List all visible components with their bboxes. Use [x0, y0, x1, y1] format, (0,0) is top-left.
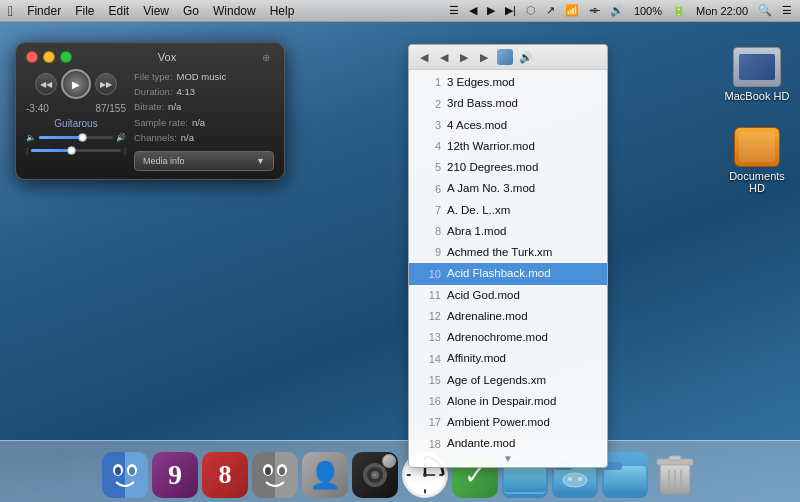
dd-icon2: 🔊 [519, 51, 533, 64]
dd-item-name: Affinity.mod [447, 350, 506, 367]
vox-body: ◀◀ ▶ ▶▶ -3:40 87/155 Guitarous 🔈 🔊 [26, 69, 274, 171]
desktop-icon-macbook-hd[interactable]: MacBook HD [722, 47, 792, 102]
dd-item[interactable]: 9Achmed the Turk.xm [409, 242, 607, 263]
dock-item-num8[interactable]: 8 [202, 452, 248, 498]
play-button[interactable]: ▶ [61, 69, 91, 99]
svg-point-5 [115, 467, 121, 475]
dd-item[interactable]: 17Ambient Power.mod [409, 412, 607, 433]
menu-share-icon[interactable]: ↗ [546, 4, 555, 17]
menu-next-icon[interactable]: ▶ [487, 4, 495, 17]
menu-view[interactable]: View [143, 4, 169, 18]
documents-hd-label: Documents HD [722, 170, 792, 194]
apple-menu[interactable]:  [8, 3, 13, 19]
dd-item-num: 7 [419, 202, 441, 219]
dd-item-num: 11 [419, 287, 441, 304]
dd-item-name: Abra 1.mod [447, 223, 506, 240]
media-info-button[interactable]: Media info ▼ [134, 151, 274, 171]
dock-item-finder[interactable] [102, 452, 148, 498]
dd-left-btn[interactable]: ◀ [417, 50, 431, 65]
bitrate-label: Bitrate: [134, 99, 164, 114]
dd-scroll-hint: ▼ [409, 450, 607, 467]
menu-play-icon[interactable]: ▶| [505, 4, 516, 17]
vox-expand-btn[interactable]: ⊕ [262, 52, 274, 63]
dd-item[interactable]: 34 Aces.mod [409, 115, 607, 136]
eq-row: | | [26, 146, 126, 155]
menu-go[interactable]: Go [183, 4, 199, 18]
samplerate-label: Sample rate: [134, 115, 188, 130]
volume-icon[interactable]: 🔊 [610, 4, 624, 17]
dd-item[interactable]: 6A Jam No. 3.mod [409, 178, 607, 199]
dd-item-num: 3 [419, 117, 441, 134]
eq-slider[interactable] [31, 149, 121, 152]
menu-list-icon[interactable]: ☰ [449, 4, 459, 17]
menu-extra-icon[interactable]: ☰ [782, 4, 792, 17]
dd-right-btn[interactable]: ▶ [457, 50, 471, 65]
vox-controls: ◀◀ ▶ ▶▶ -3:40 87/155 Guitarous 🔈 🔊 [26, 69, 126, 171]
num8-label: 8 [219, 460, 232, 490]
wifi-icon[interactable]: 📶 [565, 4, 579, 17]
close-button[interactable] [26, 51, 38, 63]
dd-item[interactable]: 12Adrenaline.mod [409, 306, 607, 327]
dd-item[interactable]: 13 Edges.mod [409, 72, 607, 93]
dock-item-finder2[interactable] [252, 452, 298, 498]
dock-item-folder3[interactable] [602, 452, 648, 498]
fast-forward-button[interactable]: ▶▶ [95, 73, 117, 95]
svg-rect-2 [125, 452, 148, 498]
vol-low-icon: 🔈 [26, 133, 36, 142]
desktop-icon-documents-hd[interactable]: Documents HD [722, 127, 792, 194]
dd-item[interactable]: 7A. De. L..xm [409, 200, 607, 221]
dd-item-name: Ambient Power.mod [447, 414, 550, 431]
dd-item[interactable]: 23rd Bass.mod [409, 93, 607, 114]
dock-item-trash[interactable] [652, 452, 698, 498]
dropdown-list: ◀ ◀ ▶ ▶ 🔊 13 Edges.mod23rd Bass.mod34 Ac… [408, 44, 608, 468]
menu-file[interactable]: File [75, 4, 94, 18]
dd-item[interactable]: 13Adrenochrome.mod [409, 327, 607, 348]
dd-item-num: 10 [419, 266, 441, 283]
clock-time: Mon 22:00 [696, 5, 748, 17]
menu-help[interactable]: Help [270, 4, 295, 18]
dd-item-name: Acid God.mod [447, 287, 520, 304]
svg-point-32 [568, 477, 572, 481]
rewind-button[interactable]: ◀◀ [35, 73, 57, 95]
vol-high-icon: 🔊 [116, 133, 126, 142]
volume-knob[interactable] [78, 133, 87, 142]
filetype-value: MOD music [177, 69, 227, 84]
menu-prev-icon[interactable]: ◀ [469, 4, 477, 17]
search-icon[interactable]: 🔍 [758, 4, 772, 17]
dock-item-speaker[interactable] [352, 452, 398, 498]
dd-item[interactable]: 11Acid God.mod [409, 285, 607, 306]
dd-item-num: 16 [419, 393, 441, 410]
dock-item-num9[interactable]: 9 [152, 452, 198, 498]
dd-item[interactable]: 412th Warrior.mod [409, 136, 607, 157]
maximize-button[interactable] [60, 51, 72, 63]
dd-item-name: Acid Flashback.mod [447, 265, 551, 282]
vox-player: Vox ⊕ ◀◀ ▶ ▶▶ -3:40 87/155 Guitarous 🔈 [15, 42, 285, 180]
dd-left2-btn[interactable]: ◀ [437, 50, 451, 65]
svg-rect-28 [504, 466, 546, 492]
dd-item-name: 3rd Bass.mod [447, 95, 518, 112]
dd-item[interactable]: 18Andante.mod [409, 433, 607, 450]
dd-list[interactable]: 13 Edges.mod23rd Bass.mod34 Aces.mod412t… [409, 70, 607, 450]
minimize-button[interactable] [43, 51, 55, 63]
dd-item[interactable]: 15Age of Legends.xm [409, 370, 607, 391]
svg-rect-1 [102, 452, 125, 498]
dd-item-num: 14 [419, 351, 441, 368]
dock: 9 8 👤 [0, 440, 800, 502]
volume-slider[interactable] [39, 136, 113, 139]
num9-label: 9 [168, 459, 182, 491]
dd-item[interactable]: 14Affinity.mod [409, 348, 607, 369]
dd-item[interactable]: 8Abra 1.mod [409, 221, 607, 242]
dd-item-num: 2 [419, 96, 441, 113]
bluetooth-icon[interactable]: ⬲ [589, 5, 600, 17]
dd-item[interactable]: 10Acid Flashback.mod [409, 263, 607, 284]
menu-finder[interactable]: Finder [27, 4, 61, 18]
menu-window[interactable]: Window [213, 4, 256, 18]
dd-item[interactable]: 5210 Degrees.mod [409, 157, 607, 178]
svg-point-6 [129, 467, 135, 475]
menu-edit[interactable]: Edit [108, 4, 129, 18]
dd-right2-btn[interactable]: ▶ [477, 50, 491, 65]
dock-item-system[interactable]: 👤 [302, 452, 348, 498]
eq-knob[interactable] [67, 146, 76, 155]
svg-point-33 [578, 477, 582, 481]
dd-item[interactable]: 16Alone in Despair.mod [409, 391, 607, 412]
